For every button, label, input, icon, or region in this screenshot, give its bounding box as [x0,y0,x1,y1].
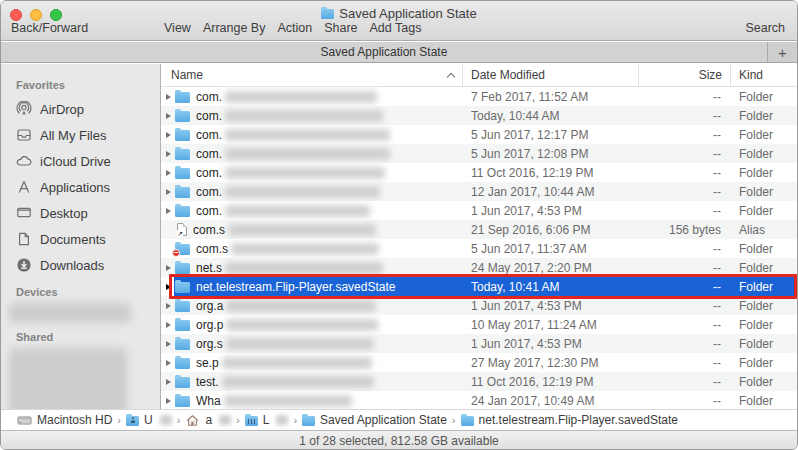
sidebar-item-label: iCloud Drive [40,154,111,169]
toolbar-item-arrange-by[interactable]: Arrange By [203,21,266,35]
size-cell: -- [639,353,731,372]
file-name: com. [196,204,222,218]
disclosure-triangle-icon[interactable] [161,303,175,309]
kind-cell: Folder [731,391,797,409]
path-separator-icon: › [293,414,297,426]
redacted-text [225,91,377,103]
new-tab-button[interactable]: + [767,42,797,62]
column-header-kind[interactable]: Kind [731,64,797,86]
window-title-text: Saved Application State [339,6,476,21]
disclosure-triangle-icon[interactable] [161,208,175,214]
file-row[interactable]: test.11 Oct 2016, 12:19 PM--Folder [161,372,797,391]
file-row-selected[interactable]: net.telestream.Flip-Player.savedStateTod… [161,277,797,296]
toolbar-item-share[interactable]: Share [324,21,357,35]
file-row[interactable]: org.s1 Jun 2017, 4:53 PM--Folder [161,334,797,353]
redacted-text [225,262,383,274]
file-row[interactable]: com.Today, 10:44 AM--Folder [161,106,797,125]
file-row[interactable]: com.11 Oct 2016, 12:19 PM--Folder [161,163,797,182]
date-cell: 11 Oct 2016, 12:19 PM [463,372,639,391]
folder-users-icon [126,416,139,426]
name-cell: test. [161,372,463,391]
status-text: 1 of 28 selected, 812.58 GB available [299,434,498,448]
search-button[interactable]: Search [745,21,785,35]
file-name: com. [196,128,222,142]
redacted-text [225,205,370,217]
sidebar-item-applications[interactable]: Applications [1,174,160,200]
date-cell: 12 Jan 2017, 10:44 AM [463,182,639,201]
column-headers: NameDate ModifiedSizeKind [161,64,797,87]
kind-cell: Folder [731,182,797,201]
file-row[interactable]: Wha24 Jan 2017, 10:49 AM--Folder [161,391,797,409]
sidebar-item-documents[interactable]: Documents [1,226,160,252]
folder-icon [175,130,190,141]
disclosure-triangle-icon[interactable] [161,322,175,328]
disclosure-triangle-icon[interactable] [161,189,175,195]
sidebar-item-label: Documents [40,232,106,247]
disclosure-triangle-icon[interactable] [161,284,175,290]
column-header-name[interactable]: Name [161,64,463,86]
sidebar-item-desktop[interactable]: Desktop [1,200,160,226]
file-row[interactable]: se.p27 May 2017, 12:30 PM--Folder [161,353,797,372]
sidebar-item-airdrop[interactable]: AirDrop [1,96,160,122]
sidebar-item-icloud-drive[interactable]: iCloud Drive [1,148,160,174]
disclosure-triangle-icon[interactable] [161,113,175,119]
redacted-text [224,395,352,407]
path-segment[interactable]: U [126,413,172,427]
toolbar-center-items: ViewArrange ByActionShareAdd Tags [164,21,421,35]
path-segment[interactable]: a [185,413,231,428]
toolbar-item-action[interactable]: Action [277,21,312,35]
tab-saved-application-state[interactable]: Saved Application State [1,42,767,62]
sidebar-item-all-my-files[interactable]: All My Files [1,122,160,148]
file-row[interactable]: com.s21 Sep 2016, 6:06 PM156 bytesAlias [161,220,797,239]
date-cell: 7 Feb 2017, 11:52 AM [463,87,639,106]
file-row[interactable]: com.5 Jun 2017, 12:08 PM--Folder [161,144,797,163]
folder-library-icon [245,416,258,426]
disclosure-triangle-icon[interactable] [161,132,175,138]
sort-ascending-icon [447,72,455,80]
file-row[interactable]: net.s24 May 2017, 2:20 PM--Folder [161,258,797,277]
path-segment[interactable]: Macintosh HD [17,413,112,428]
file-name: Wha [196,394,221,408]
date-cell: Today, 10:41 AM [463,277,639,296]
column-header-date-modified[interactable]: Date Modified [463,64,639,86]
folder-icon [175,92,190,103]
file-row[interactable]: com.5 Jun 2017, 12:17 PM--Folder [161,125,797,144]
date-cell: 21 Sep 2016, 6:06 PM [463,220,639,239]
size-cell: -- [639,125,731,144]
folder-icon [321,9,334,19]
kind-cell: Folder [731,334,797,353]
disclosure-triangle-icon[interactable] [161,398,175,404]
file-row[interactable]: org.p10 May 2017, 11:24 AM--Folder [161,315,797,334]
file-row[interactable]: com.s5 Jun 2017, 11:37 AM--Folder [161,239,797,258]
file-row[interactable]: com.7 Feb 2017, 11:52 AM--Folder [161,87,797,106]
disclosure-triangle-icon[interactable] [161,151,175,157]
redacted-sidebar-item[interactable] [9,348,127,409]
date-cell: 5 Jun 2017, 12:08 PM [463,144,639,163]
disclosure-triangle-icon[interactable] [161,379,175,385]
column-header-size[interactable]: Size [639,64,731,86]
disclosure-triangle-icon[interactable] [161,94,175,100]
path-segment[interactable]: Saved Application State [302,413,447,427]
sidebar-item-downloads[interactable]: Downloads [1,252,160,278]
path-separator-icon: › [236,414,240,426]
path-segment[interactable]: L [245,413,289,427]
folder-icon [175,377,190,388]
file-row[interactable]: org.a1 Jun 2017, 4:53 PM--Folder [161,296,797,315]
size-cell: -- [639,277,731,296]
file-row[interactable]: com.1 Jun 2017, 4:53 PM--Folder [161,201,797,220]
back-forward-button[interactable]: Back/Forward [11,21,88,35]
file-row[interactable]: com.12 Jan 2017, 10:44 AM--Folder [161,182,797,201]
disclosure-triangle-icon[interactable] [161,341,175,347]
redacted-sidebar-item[interactable] [9,303,131,323]
disclosure-triangle-icon[interactable] [161,360,175,366]
disclosure-triangle-icon[interactable] [161,170,175,176]
disclosure-triangle-icon[interactable] [161,265,175,271]
kind-cell: Alias [731,220,797,239]
toolbar-item-view[interactable]: View [164,21,191,35]
kind-cell: Folder [731,277,797,296]
toolbar-item-add-tags[interactable]: Add Tags [370,21,422,35]
path-segment[interactable]: net.telestream.Flip-Player.savedState [461,413,678,427]
kind-cell: Folder [731,163,797,182]
restricted-folder-icon [175,244,190,255]
name-cell: com. [161,163,463,182]
